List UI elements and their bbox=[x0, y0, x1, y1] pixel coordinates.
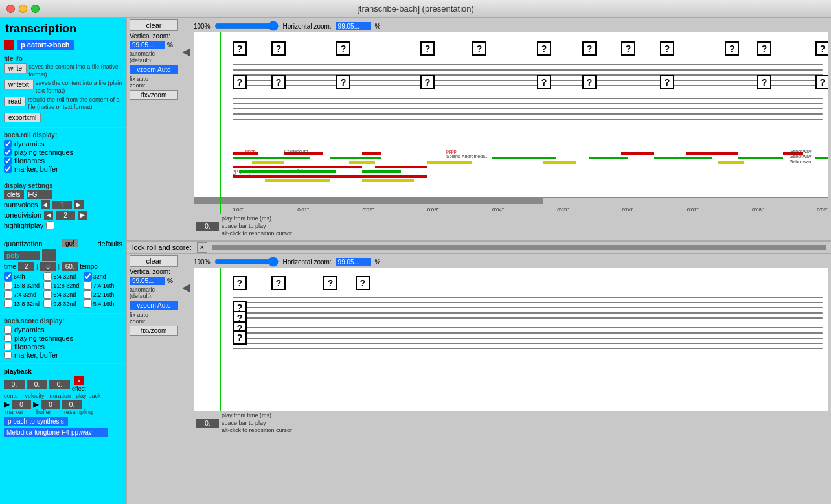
marker-lbl: marker bbox=[5, 409, 23, 415]
resampling-input[interactable] bbox=[62, 400, 82, 409]
filenames-row: filenames bbox=[4, 157, 122, 165]
duration-input[interactable] bbox=[49, 380, 70, 389]
numvoices-dec[interactable]: ◀ bbox=[41, 200, 50, 209]
hzoom-slider-top[interactable] bbox=[214, 21, 279, 31]
write-button[interactable]: write bbox=[4, 63, 27, 73]
note-54-16th-cb[interactable] bbox=[84, 299, 92, 308]
scroll-left-bottom[interactable]: ◀ bbox=[182, 281, 190, 293]
scroll-left-top[interactable]: ◀ bbox=[182, 45, 190, 58]
tonedivision-inc[interactable]: ▶ bbox=[78, 211, 87, 220]
note-158-32nd: 15:8 32nd bbox=[14, 282, 40, 289]
effect-x[interactable]: × bbox=[74, 376, 84, 385]
note-54-32nd-cb[interactable] bbox=[43, 272, 52, 281]
p-catart-row: p catart->bach bbox=[0, 38, 126, 51]
vzoom-auto-top[interactable]: vzoom Auto bbox=[130, 65, 178, 74]
play-from-row-top: play from time (ms) space bar to play al… bbox=[194, 214, 828, 239]
auto-default-bottom-label: automatic(default): bbox=[130, 286, 178, 299]
staff-bottom bbox=[233, 281, 828, 360]
numvoices-input[interactable] bbox=[52, 201, 72, 209]
note-22-16th-cb[interactable] bbox=[84, 290, 92, 299]
buffer-input[interactable] bbox=[41, 400, 60, 409]
fixvzoom-bottom[interactable]: fixvzoom bbox=[130, 326, 178, 336]
hzoom-value-bottom[interactable] bbox=[336, 258, 371, 266]
marker-buffer-checkbox[interactable] bbox=[4, 165, 12, 173]
display-settings: display settings clefs numvoices ◀ ▶ ton… bbox=[0, 180, 126, 233]
note-32nd-cb[interactable] bbox=[84, 272, 92, 281]
read-button[interactable]: read bbox=[4, 97, 26, 106]
marker-play-btn[interactable]: ▶ bbox=[4, 400, 10, 409]
play-from-top-desc: play from time (ms) space bar to play al… bbox=[222, 215, 292, 238]
vzoom-bottom-input[interactable] bbox=[130, 277, 165, 285]
velocity-input[interactable] bbox=[27, 380, 47, 389]
hzoom-slider-bottom[interactable] bbox=[214, 257, 279, 267]
lock-close-btn[interactable]: × bbox=[197, 242, 207, 253]
tonedivision-dec[interactable]: ◀ bbox=[44, 211, 53, 220]
go-button[interactable]: go! bbox=[62, 239, 78, 247]
vzoom-auto-bottom[interactable]: vzoom Auto bbox=[130, 301, 178, 310]
hzoom-value-top[interactable] bbox=[336, 22, 371, 30]
clear-top-button[interactable]: clear bbox=[130, 19, 178, 31]
poly-input[interactable] bbox=[4, 251, 40, 260]
qmark-10: ? bbox=[725, 41, 739, 56]
vzoom-top-pct: % bbox=[167, 41, 173, 49]
time-t3[interactable] bbox=[62, 262, 78, 271]
filenames-checkbox[interactable] bbox=[4, 157, 12, 165]
play-from-top-input[interactable] bbox=[196, 222, 219, 231]
score-dynamics-cb[interactable] bbox=[4, 326, 12, 334]
score-filenames-cb[interactable] bbox=[4, 343, 12, 350]
marker-input[interactable] bbox=[12, 400, 31, 409]
note-118-32nd-cb[interactable] bbox=[43, 281, 52, 290]
exportxml-button[interactable]: exportxml bbox=[4, 113, 41, 122]
note-54-32nd2-cb[interactable] bbox=[43, 290, 52, 299]
dynamics-checkbox[interactable] bbox=[4, 140, 12, 148]
time-t2[interactable] bbox=[40, 262, 56, 271]
playback-lbl: play-back bbox=[76, 393, 101, 399]
t4: 0'04" bbox=[492, 207, 504, 212]
close-button[interactable] bbox=[6, 5, 15, 13]
note-98-32nd-cb[interactable] bbox=[43, 299, 52, 308]
t2: 0'02" bbox=[363, 207, 374, 212]
note-158-32nd-cb[interactable] bbox=[4, 281, 12, 290]
playing-techniques-checkbox[interactable] bbox=[4, 148, 12, 156]
tempo-label: tempo bbox=[80, 263, 98, 270]
write-desc: saves the content into a file (native fo… bbox=[28, 63, 122, 78]
numvoices-label: numvoices bbox=[4, 201, 38, 209]
defaults-label: defaults bbox=[97, 240, 122, 247]
qmark-bot-4: ? bbox=[356, 276, 370, 290]
time-t1[interactable] bbox=[18, 262, 34, 271]
clefs-button[interactable]: clefs bbox=[4, 190, 24, 199]
note-74-32nd-cb[interactable] bbox=[4, 290, 12, 299]
score-marker-cb[interactable] bbox=[4, 351, 12, 359]
buffer-play-btn[interactable]: ▶ bbox=[33, 400, 39, 409]
fix-auto-label: fix autozoom: bbox=[130, 76, 178, 89]
fixvzoom-top[interactable]: fixvzoom bbox=[130, 90, 178, 100]
clear-bottom-button[interactable]: clear bbox=[130, 255, 178, 267]
writetxt-button[interactable]: writetxt bbox=[4, 80, 34, 89]
note-64th-cb[interactable] bbox=[4, 272, 12, 281]
score-playing-cb[interactable] bbox=[4, 334, 12, 342]
qmark-7: ? bbox=[582, 41, 597, 56]
file-io-section: file i/o write saves the content into a … bbox=[0, 54, 126, 125]
p-bach-button[interactable]: p bach-to-synthesis bbox=[4, 417, 68, 426]
note-74-16th-cb[interactable] bbox=[84, 281, 92, 290]
t7: 0'07" bbox=[687, 207, 699, 212]
window-controls[interactable] bbox=[6, 5, 40, 13]
numvoices-inc[interactable]: ▶ bbox=[74, 200, 84, 209]
play-from-bottom-input[interactable] bbox=[196, 419, 219, 428]
tonedivision-input[interactable] bbox=[56, 211, 75, 220]
clefs-input[interactable] bbox=[27, 190, 52, 199]
vzoom-top-input[interactable] bbox=[130, 41, 165, 49]
display-settings-label: display settings bbox=[4, 182, 122, 189]
highlightplay-checkbox[interactable] bbox=[46, 221, 54, 229]
filenames-label: filenames bbox=[14, 157, 45, 165]
cents-input[interactable] bbox=[4, 380, 25, 389]
note-118-32nd: 11:8 32nd bbox=[53, 282, 79, 289]
minimize-button[interactable] bbox=[19, 5, 27, 13]
cents-label: cents bbox=[4, 393, 18, 399]
note-138-32nd-cb[interactable] bbox=[4, 299, 12, 308]
t8: 0'08" bbox=[752, 207, 764, 212]
t3: 0'03" bbox=[427, 207, 439, 212]
melodica-input[interactable] bbox=[4, 428, 108, 437]
timeline-progress-top[interactable] bbox=[194, 198, 543, 204]
maximize-button[interactable] bbox=[31, 5, 40, 13]
